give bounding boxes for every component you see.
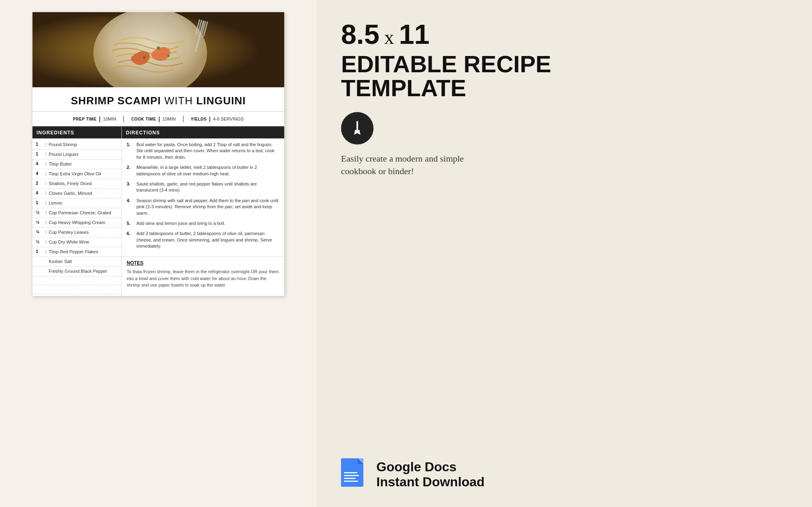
directions-column: DIRECTIONS 1.Boil water for pasta. Once … [122,127,284,296]
hero-image [32,12,284,87]
ingredient-qty: ¼ [36,229,45,234]
ingredient-name: Cup Parsley Leaves [49,229,89,235]
ingredient-item: ½|Cup Parmesan Cheese, Grated [32,208,121,218]
ingredient-item: 1|Tbsp Red Pepper Flakes [32,247,121,257]
recipe-card: SHRIMP SCAMPI WITH LINGUINI PREP TIME | … [32,12,284,296]
directions-header: DIRECTIONS [122,127,284,138]
direction-number: 1. [127,142,133,160]
ingredient-sep: | [45,161,49,166]
headline-template: TEMPLATE [341,76,792,101]
spatula-icon-circle [341,112,374,145]
ingredient-item: 4|Cloves Garlic, Minced [32,189,121,198]
direction-item: 5.Add wine and lemon juice and bring to … [127,220,279,227]
direction-item: 4.Season shrimp with salt and pepper. Ad… [127,198,279,216]
ingredient-name: Pound Shrimp [49,142,77,147]
recipe-meta: PREP TIME | 10MIN COOK TIME | 15MIN YIEL… [32,112,284,127]
ingredient-sep: | [45,249,49,254]
ingredient-sep: | [45,181,49,186]
ingredient-qty: 1 [36,249,45,254]
ingredient-name: Cup Parmesan Cheese, Grated [49,210,111,216]
ingredient-name: Cloves Garlic, Minced [49,190,92,196]
ingredient-qty: 2 [36,181,45,186]
ingredient-name: Freshly Ground Black Pepper [49,268,107,274]
ingredient-item: ½|Cup Dry White Wine [32,237,121,247]
prep-value: 10MIN [103,117,116,121]
ingredient-name: Lemon [49,200,63,206]
google-docs-icon [341,458,367,491]
ingredient-sep: | [45,220,49,224]
ingredient-item: 4|Tbsp Extra Virgin Olive Oil [32,169,121,179]
ingredients-header: INGREDIENTS [32,127,121,138]
direction-text: Boil water for pasta. Once boiling, add … [136,142,279,160]
direction-text: Add wine and lemon juice and bring to a … [136,220,225,227]
ingredient-sep: | [45,190,49,195]
ingredient-qty: 1 [36,151,45,156]
direction-item: 1.Boil water for pasta. Once boiling, ad… [127,142,279,160]
direction-text: Add 2 tablespoons of butter, 2 tablespoo… [136,231,279,249]
google-docs-row: Google Docs Instant Download [341,450,792,491]
ingredient-name: Tbsp Red Pepper Flakes [49,249,98,255]
ingredient-qty: ½ [36,210,45,215]
ingredient-name: Tbsp Butter [49,161,72,167]
notes-section: NOTES To thaw frozen shrimp, leave them … [122,257,284,293]
meta-cook: COOK TIME | 15MIN [124,116,184,122]
yields-divider: | [209,116,211,122]
notes-title: NOTES [127,260,279,266]
yields-label: YIELDS [191,117,207,121]
ingredient-name: Kosher Salt [49,259,72,264]
cook-label: COOK TIME [131,117,156,121]
direction-number: 5. [127,220,133,227]
ingredient-name: Shallots, Finely Diced [49,181,92,186]
ingredient-sep: | [45,210,49,215]
ingredient-item: 2|Shallots, Finely Diced [32,179,121,189]
ingredient-sep: | [45,239,49,244]
ingredient-item: ¼|Cup Parsley Leaves [32,228,121,237]
prep-label: PREP TIME [73,117,97,121]
ingredient-item: 4|Tbsp Butter [32,160,121,169]
direction-item: 6.Add 2 tablespoons of butter, 2 tablesp… [127,231,279,249]
direction-number: 4. [127,198,133,216]
ingredient-name: Cup Dry White Wine [49,239,89,245]
cook-divider: | [158,116,160,122]
ingredient-item: ½|Cup Heavy Whipping Cream [32,218,121,228]
tagline: Easily create a modern and simple cookbo… [341,153,495,178]
ingredient-item: Kosher Salt [32,257,121,267]
svg-point-9 [143,56,145,59]
direction-number: 2. [127,164,133,177]
svg-rect-11 [356,121,358,131]
recipe-title: SHRIMP SCAMPI WITH LINGUINI [41,95,276,107]
title-with: WITH [161,95,197,107]
ingredient-qty: 4 [36,190,45,195]
headline-size-row: 8.5 x 11 [341,20,792,48]
svg-point-8 [157,46,160,50]
yields-value: 4-6 SERVINGS [213,117,244,121]
gdocs-line1: Google Docs [376,460,485,474]
svg-point-2 [93,12,207,87]
ingredient-item: 1|Pound Shrimp [32,140,121,150]
left-panel: SHRIMP SCAMPI WITH LINGUINI PREP TIME | … [0,0,317,507]
ingredient-sep: | [45,171,49,176]
direction-text: Meanwhile, in a large skillet, melt 2 ta… [136,164,279,177]
direction-number: 6. [127,231,133,249]
ingredient-empty-row [32,276,121,285]
prep-divider: | [99,116,101,122]
notes-text: To thaw frozen shrimp, leave them in the… [127,268,279,289]
headline-editable: EDITABLE RECIPE [341,52,792,76]
ingredient-sep: | [45,151,49,156]
ingredient-qty: 1 [36,142,45,147]
meta-prep: PREP TIME | 10MIN [66,116,124,122]
cook-value: 15MIN [162,117,175,121]
ingredient-qty: 4 [36,161,45,166]
recipe-title-area: SHRIMP SCAMPI WITH LINGUINI [32,87,284,112]
ingredient-empty-row [32,285,121,294]
google-docs-text: Google Docs Instant Download [376,460,485,489]
ingredient-sep: | [45,200,49,205]
ingredient-qty: 1 [36,200,45,205]
direction-text: Season shrimp with salt and pepper. Add … [136,198,279,216]
recipe-body: INGREDIENTS 1|Pound Shrimp1|Pound Lingui… [32,127,284,296]
title-part2: LINGUINI [196,95,246,107]
ingredient-name: Pound Linguini [49,151,78,157]
spatula-icon [349,120,365,136]
title-part1: SHRIMP SCAMPI [71,95,161,107]
direction-item: 2.Meanwhile, in a large skillet, melt 2 … [127,164,279,177]
